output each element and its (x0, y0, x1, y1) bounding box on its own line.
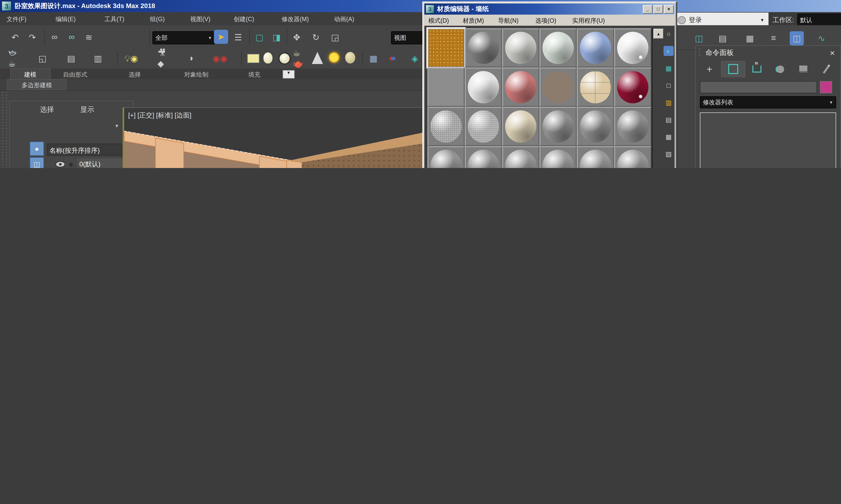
material-slot[interactable] (577, 146, 614, 168)
material-slot[interactable] (465, 28, 502, 68)
viewport[interactable]: x Z [+] [正交] [标准] [边面] (123, 107, 424, 168)
tab-utilities-icon[interactable] (815, 61, 838, 77)
cone-shape-icon[interactable] (312, 52, 323, 64)
menu-modes[interactable]: 模式(D) (428, 17, 449, 25)
samples-scroll-up-icon[interactable]: ▲ (653, 29, 664, 39)
material-slot[interactable] (577, 28, 614, 68)
backlight-icon[interactable]: ◐ (664, 46, 674, 56)
scene-object-row[interactable]: ◆0(默认) (47, 158, 130, 168)
tab-object-paint[interactable]: 对象绘制 (184, 71, 208, 79)
modifier-list-select[interactable]: 修改器列表▼ (700, 96, 836, 108)
menu-edit[interactable]: 编辑(E) (55, 15, 76, 24)
material-slot[interactable] (427, 68, 465, 107)
selection-filter-select[interactable]: 全部▼ (152, 31, 215, 44)
render-setup-icon[interactable]: ◱ (35, 51, 49, 66)
menu-create[interactable]: 创建(C) (234, 15, 254, 24)
visibility-eye-icon[interactable] (55, 161, 65, 167)
tab-hierarchy-icon[interactable] (745, 61, 769, 77)
menu-navigation[interactable]: 导航(N) (498, 17, 518, 25)
uvw-checker-icon[interactable]: ▦ (366, 51, 380, 66)
object-color-swatch[interactable] (820, 81, 832, 93)
chevron-down-icon[interactable]: ▼ (115, 124, 119, 128)
sample-type-icon[interactable]: ○ (664, 29, 674, 39)
tab-display-icon[interactable] (792, 61, 815, 77)
material-slot[interactable] (427, 107, 465, 146)
tab-motion-icon[interactable] (769, 61, 792, 77)
tab-select[interactable]: 选择 (40, 105, 54, 114)
material-slot[interactable] (427, 28, 465, 68)
object-name-field[interactable] (700, 81, 817, 93)
schematic-view-icon[interactable]: ∿ (814, 31, 828, 46)
stack-icon[interactable]: ≡ (767, 31, 780, 46)
manage-grid-icon[interactable]: ▦ (743, 31, 757, 46)
material-map-navigator-icon[interactable]: ⋮≡ (664, 166, 674, 168)
camera-icon[interactable]: 🎥︎◆ (157, 51, 172, 66)
material-slot[interactable] (539, 68, 577, 107)
material-slot[interactable] (502, 28, 539, 68)
rendered-frame-icon[interactable]: ▤ (64, 51, 78, 66)
select-object-icon[interactable]: ➤ (214, 30, 228, 44)
scale-icon[interactable]: ◲ (328, 30, 342, 44)
circle-shape-icon[interactable] (278, 52, 291, 65)
redo-icon[interactable]: ↷ (25, 30, 39, 44)
layer-icon[interactable]: ◆ (69, 161, 73, 168)
tab-freeform[interactable]: 自由形式 (63, 71, 87, 79)
undo-icon[interactable]: ↶ (8, 30, 22, 44)
rotate-icon[interactable]: ↻ (309, 30, 323, 44)
layer-manager-icon[interactable]: ▤ (716, 31, 730, 46)
tab-populate[interactable]: 填充 (248, 71, 260, 79)
material-slot[interactable] (465, 68, 502, 107)
material-slot[interactable] (539, 107, 577, 146)
menu-material[interactable]: 材质(M) (463, 17, 484, 25)
render-production-icon[interactable]: ▥ (91, 51, 105, 66)
close-icon[interactable]: ✕ (829, 49, 835, 57)
options-icon[interactable]: ▦ (664, 131, 674, 142)
select-by-material-icon[interactable]: ▧ (664, 149, 674, 159)
material-slot[interactable] (577, 107, 614, 146)
sun-icon[interactable] (329, 52, 339, 62)
dock-handle[interactable] (2, 92, 3, 168)
menu-file[interactable]: 文件(F) (6, 15, 27, 24)
move-icon[interactable]: ✥ (290, 30, 304, 44)
bind-spacewarp-icon[interactable]: ≋ (82, 30, 96, 44)
select-by-name-icon[interactable]: ☰ (231, 30, 245, 44)
menu-animation[interactable]: 动画(A) (334, 15, 354, 24)
material-slot[interactable] (427, 146, 465, 168)
modifier-stack-list[interactable] (700, 112, 836, 168)
make-preview-icon[interactable]: ▤ (664, 114, 674, 125)
video-color-check-icon[interactable]: ▥ (664, 97, 674, 107)
light-icon[interactable]: 💡︎◉ (124, 51, 138, 66)
material-slot[interactable] (465, 107, 502, 146)
menu-options[interactable]: 选项(O) (535, 17, 556, 25)
camera-dark-icon[interactable]: ◑ (184, 51, 198, 66)
material-slot[interactable] (465, 146, 502, 168)
drag-grip-icon[interactable] (699, 48, 700, 57)
material-slot[interactable] (502, 68, 539, 107)
toggle-panels-icon[interactable]: ◫ (692, 31, 706, 46)
material-slot[interactable] (614, 107, 651, 146)
dope-sheet-icon[interactable]: ⇩ (837, 31, 841, 46)
teapot-shape-icon[interactable]: ☕︎🫖 (293, 51, 307, 66)
curve-editor-icon[interactable]: ◫ (790, 31, 804, 46)
select-link-icon[interactable]: ∞ (48, 30, 62, 44)
sample-tiling-icon[interactable]: □ (664, 80, 674, 90)
restore-button[interactable]: □ (653, 5, 663, 14)
dock-handle[interactable] (6, 92, 7, 168)
material-slot[interactable] (539, 146, 577, 168)
background-icon[interactable]: ▦ (664, 63, 674, 73)
render-teapot-icon[interactable]: 🫖︎☕︎ (8, 51, 22, 66)
menu-views[interactable]: 视图(V) (190, 15, 210, 24)
tab-modify-icon[interactable] (721, 61, 745, 77)
close-button[interactable]: × (664, 5, 674, 14)
stereo-camera-icon[interactable]: ◉◉ (213, 51, 227, 66)
material-editor-titlebar[interactable]: 3 材质编辑器 - 墙纸 _ □ × (424, 3, 675, 15)
viewport-label[interactable]: [+] [正交] [标准] [边面] (128, 111, 191, 120)
menu-group[interactable]: 组(G) (150, 15, 165, 24)
sphere-shape-icon[interactable] (345, 52, 355, 64)
tab-selection[interactable]: 选择 (129, 71, 141, 79)
tab-display[interactable]: 显示 (80, 105, 95, 114)
ribbon-collapse-button[interactable]: ▼ (282, 70, 295, 79)
material-slot[interactable] (502, 107, 539, 146)
material-slot[interactable] (614, 146, 651, 168)
material-slot[interactable] (577, 68, 614, 107)
